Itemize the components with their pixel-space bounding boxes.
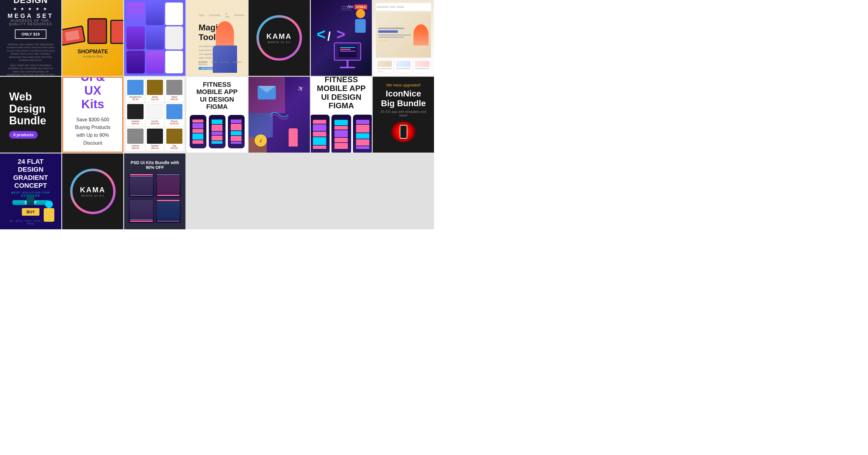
device-3 bbox=[110, 20, 123, 44]
monitor-stand bbox=[347, 61, 348, 67]
phone-lg-3 bbox=[353, 115, 372, 153]
phone-lg-1 bbox=[311, 115, 330, 153]
shop-item: Watch $99.00 bbox=[165, 78, 184, 102]
shop-item: Bicycle $199.00 bbox=[165, 103, 184, 126]
psd-screen-3 bbox=[129, 199, 154, 223]
flat-design-card[interactable]: 24 FLAT DESIGN GRADIENT CONCEPT BEST SOL… bbox=[0, 154, 61, 229]
web-design-mega-set-card[interactable]: THE WEB DESIGN ★ ★ ★ ★ ★ MEGA SET HUNDRE… bbox=[0, 0, 61, 76]
preview-text: ★ ★ ★ ★ ★ bbox=[378, 28, 411, 42]
kama-name: KAMA bbox=[267, 32, 292, 41]
web-design-bundle-card[interactable]: Web Design Bundle 8 products bbox=[0, 77, 61, 153]
fitness-phones-row bbox=[190, 115, 245, 148]
icon-nice-pre: We have upgraded! bbox=[386, 83, 421, 87]
psd-screen-4 bbox=[156, 199, 181, 223]
psd-screens-grid bbox=[129, 173, 181, 223]
main-grid: THE WEB DESIGN ★ ★ ★ ★ ★ MEGA SET HUNDRE… bbox=[0, 0, 434, 229]
kama-subtitle: Mobile UI kit bbox=[268, 41, 291, 44]
ui-phones-card[interactable] bbox=[124, 0, 185, 76]
paper-airplane-icon: ✈ bbox=[296, 84, 306, 94]
bundle-badge: 8 products bbox=[9, 131, 38, 139]
ux-kit-title: UI & UX Kits bbox=[72, 77, 114, 111]
psd-bundle-card[interactable]: PSD Ui Kits Bundle with 90% OFF bbox=[124, 154, 185, 229]
shopmate-devices bbox=[62, 18, 124, 44]
slash-icon: / bbox=[328, 30, 331, 42]
device-1 bbox=[62, 25, 86, 46]
shop-item: Speaker $86.00 bbox=[146, 127, 164, 151]
fitness-title-sm: FITNESS MOBILE APP UI DESIGN FIGMA bbox=[192, 81, 242, 110]
shopmate-bg: SHOPMATE An App for Shop bbox=[62, 0, 124, 76]
card-stars: ★ ★ ★ ★ ★ bbox=[13, 6, 49, 11]
card-tagline: HUNDREDS OF TOP-QUALITY RESOURCES bbox=[6, 19, 55, 26]
shop-item: Bag $55.00 bbox=[165, 127, 184, 151]
shopmate-tagline: An App for Shop bbox=[83, 55, 103, 58]
fitness-mobile-sm-card[interactable]: FITNESS MOBILE APP UI DESIGN FIGMA bbox=[186, 77, 248, 153]
fitness-mobile-lg-card[interactable]: FITNESS MOBILE APP UI DESIGN FIGMA bbox=[311, 77, 372, 153]
abstract-bg: 💰 ✈ bbox=[249, 77, 310, 153]
device-2 bbox=[87, 18, 107, 44]
card-desc2: SURE, THERE ARE TONS OF DIFFERENT ELEMEN… bbox=[6, 64, 55, 76]
price-button: ONLY $19 bbox=[15, 29, 46, 39]
kama2-name: KAMA bbox=[80, 186, 105, 194]
monitor-base bbox=[340, 67, 355, 68]
magic-nav: Tags Summary in-use Reviews Pricing Cont… bbox=[198, 12, 236, 18]
coder-desk bbox=[329, 42, 366, 70]
shop-item: Camera $99.00 bbox=[126, 127, 145, 151]
preview-character bbox=[413, 24, 429, 45]
shop-item: Headphones $6.95 bbox=[126, 78, 145, 102]
phone-in-bundle bbox=[400, 125, 407, 139]
icon-nice-title: IconNice Big Bundle bbox=[379, 89, 428, 108]
coder-scene-card[interactable]: HTML5 Abc < / > bbox=[311, 0, 372, 76]
buy-button[interactable]: BUY bbox=[22, 208, 39, 216]
bracket-left-icon: < bbox=[317, 27, 326, 42]
shopmate-card[interactable]: SHOPMATE An App for Shop bbox=[62, 0, 124, 76]
phone-person bbox=[289, 128, 298, 147]
psd-screen-2 bbox=[156, 173, 181, 197]
magic-tool-card[interactable]: Tags Summary in-use Reviews Pricing Cont… bbox=[186, 0, 248, 76]
bundle-title: Web Design Bundle bbox=[9, 91, 52, 127]
coder-scene-bg: HTML5 Abc < / > bbox=[311, 0, 372, 76]
card-title-line1: THE WEB DESIGN bbox=[6, 0, 55, 5]
shop-item: Scooter $199.00 bbox=[146, 103, 164, 126]
fitness-phones-2 bbox=[311, 115, 372, 153]
preview-hero: ★ ★ ★ ★ ★ bbox=[376, 12, 431, 58]
flat-design-line1: 24 FLAT DESIGN bbox=[6, 158, 55, 174]
phone-1 bbox=[190, 115, 206, 148]
kama-card[interactable]: KAMA Mobile UI kit bbox=[249, 0, 310, 76]
kama-circle: KAMA Mobile UI kit bbox=[256, 15, 302, 61]
abstract-circle-2 bbox=[249, 113, 273, 137]
shop-door bbox=[27, 194, 34, 205]
bracket-right-icon: > bbox=[337, 27, 345, 42]
preview-nav bbox=[376, 3, 431, 11]
card-desc1: WE'RE ALL WELL AWARE THAT WEB DESIGN ELE… bbox=[6, 43, 55, 62]
shop-item: Headset $99.00 bbox=[126, 103, 145, 126]
kama2-subtitle: Mobile UI kit bbox=[81, 194, 104, 197]
phone-2 bbox=[209, 115, 225, 148]
wave-element bbox=[270, 108, 288, 121]
psd-screen-1 bbox=[129, 173, 154, 197]
shop-item: Jacket $16.50 bbox=[146, 78, 164, 102]
magic-social: on social platforms: Twitter Facebook In… bbox=[198, 61, 242, 65]
envelope-icon bbox=[258, 86, 276, 99]
coder-figure bbox=[355, 9, 366, 33]
fitness-title-lg: FITNESS MOBILE APP UI DESIGN FIGMA bbox=[317, 77, 366, 110]
ui-ux-kits-card[interactable]: UI & UX Kits Save $300-500 Buying Produc… bbox=[62, 77, 124, 153]
flat-character bbox=[41, 200, 57, 225]
icon-bundle-visual bbox=[391, 122, 415, 142]
decorative-lines bbox=[341, 6, 353, 10]
preview-cards: ★★★★ bbox=[376, 59, 431, 73]
icon-nice-card[interactable]: We have upgraded! IconNice Big Bundle 25… bbox=[373, 77, 434, 153]
shop-grid-card[interactable]: Headphones $6.95 Jacket $16.50 Watch $99… bbox=[124, 77, 185, 153]
buy-button-row: BUY bbox=[22, 208, 39, 216]
icon-nice-sub: 25 iOS app web templates and more! bbox=[379, 110, 428, 117]
magic-tool-preview-card[interactable]: ★ ★ ★ ★ ★ ★★★★ bbox=[373, 0, 434, 76]
ux-kit-desc: Save $300-500 Buying Products with Up to… bbox=[72, 116, 114, 147]
card-subtitle: MEGA SET bbox=[8, 12, 54, 19]
coins-element: 💰 bbox=[255, 134, 267, 147]
abstract-purple-card[interactable]: 💰 ✈ bbox=[249, 77, 310, 153]
shopmate-logo: SHOPMATE bbox=[78, 48, 108, 55]
flat-design-line2: GRADIENT CONCEPT bbox=[6, 174, 55, 190]
shop-items-grid: Headphones $6.95 Jacket $16.50 Watch $99… bbox=[124, 77, 185, 153]
kama2-card[interactable]: KAMA Mobile UI kit bbox=[62, 154, 124, 229]
html5-badge: HTML5 bbox=[354, 5, 367, 9]
psd-bundle-title: PSD Ui Kits Bundle with 90% OFF bbox=[129, 160, 181, 170]
